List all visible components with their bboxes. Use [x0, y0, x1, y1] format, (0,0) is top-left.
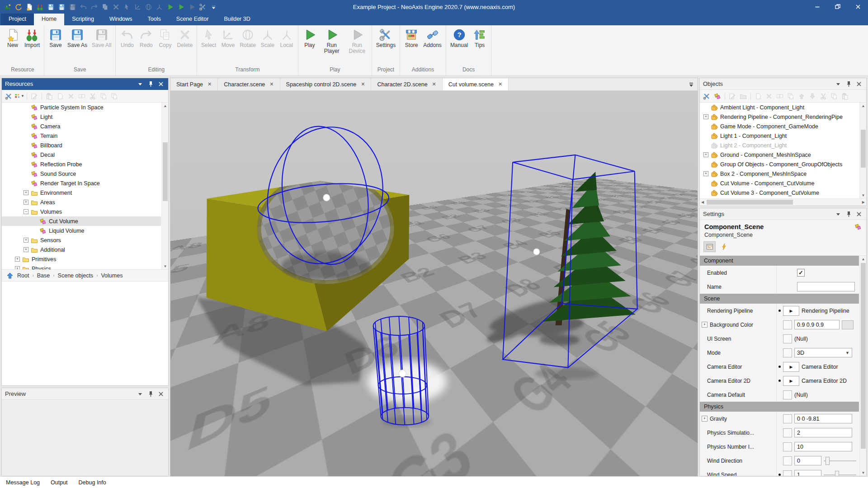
mode-dropdown[interactable]: 3D▼ — [794, 348, 852, 357]
document-tab-character-2d-scene[interactable]: Character 2D.scene✕ — [371, 78, 442, 90]
close-panel-button[interactable] — [157, 390, 165, 398]
scroll-up-arrow[interactable]: ▲ — [162, 103, 168, 109]
tab-project[interactable]: Project — [1, 14, 34, 25]
default-box[interactable] — [783, 470, 792, 476]
qat-save-button[interactable] — [57, 1, 67, 12]
tab-home[interactable]: Home — [34, 14, 64, 25]
default-box[interactable] — [783, 334, 792, 343]
objects-res-button[interactable] — [712, 91, 722, 101]
scroll-right-arrow[interactable]: ▶ — [862, 200, 865, 204]
resource-item-sensors[interactable]: +Sensors — [2, 235, 161, 245]
qat-new-file-button[interactable] — [24, 1, 34, 12]
ribbon-settings-button[interactable]: Settings — [374, 27, 398, 50]
preview-panel-header[interactable]: Preview — [2, 388, 168, 400]
category-scene[interactable]: Scene — [700, 294, 859, 304]
breadcrumb-up-button[interactable] — [6, 272, 14, 279]
default-box[interactable] — [783, 414, 792, 423]
tab-close-icon[interactable]: ✕ — [361, 81, 365, 87]
tree-expander[interactable]: + — [15, 257, 20, 262]
ribbon-run-player-button[interactable]: Run Player — [319, 27, 344, 56]
document-tab-start-page[interactable]: Start Page✕ — [170, 78, 218, 90]
objects-options-button[interactable] — [702, 91, 712, 101]
resources-scrollbar[interactable]: ▲ ▼ — [161, 103, 168, 269]
resource-item-billboard[interactable]: Billboard — [2, 141, 161, 150]
events-tab-button[interactable] — [718, 241, 730, 252]
panel-menu-button[interactable] — [136, 390, 144, 398]
qat-save-button[interactable] — [46, 1, 56, 12]
resource-item-light[interactable]: Light — [2, 112, 161, 122]
resource-item-render-target-in-space[interactable]: Render Target In Space — [2, 178, 161, 188]
gravity-input[interactable]: 0 0 -9.81 — [794, 414, 852, 423]
default-box[interactable] — [783, 428, 792, 437]
tree-expander[interactable]: + — [703, 152, 708, 157]
pin-button[interactable] — [146, 80, 155, 88]
objects-h-scrollbar[interactable]: ◀ ▶ — [700, 198, 866, 206]
tree-expander[interactable]: + — [24, 200, 28, 205]
breadcrumb-item-scene-objects[interactable]: Scene objects — [58, 272, 94, 279]
object-item-light-1[interactable]: Light 1 - Component_Light — [700, 131, 859, 141]
close-panel-button[interactable] — [157, 80, 165, 88]
close-panel-button[interactable] — [855, 211, 863, 218]
ribbon-manual-button[interactable]: ?Manual — [448, 27, 470, 50]
qat-logo-button[interactable] — [2, 1, 13, 12]
close-button[interactable] — [848, 0, 868, 14]
pin-button[interactable] — [844, 211, 853, 218]
tree-expander[interactable]: − — [24, 209, 28, 214]
object-item-group-of-objects[interactable]: Group Of Objects - Component_GroupOfObje… — [700, 160, 859, 169]
breadcrumb-item-volumes[interactable]: Volumes — [101, 272, 123, 279]
tab-close-icon[interactable]: ✕ — [269, 81, 274, 87]
tab-windows[interactable]: Windows — [102, 14, 140, 25]
tab-list-dropdown[interactable] — [685, 78, 698, 90]
resource-item-additional[interactable]: +Additional — [2, 245, 161, 254]
tree-expander[interactable]: + — [24, 247, 28, 252]
wind-direction-slider[interactable] — [824, 457, 856, 465]
ribbon-import-button[interactable]: Import — [22, 27, 42, 50]
resource-item-particle-system-in-space[interactable]: Particle System In Space — [2, 103, 161, 112]
panel-menu-button[interactable] — [136, 80, 144, 88]
object-item-box-2[interactable]: +Box 2 - Component_MeshInSpace — [700, 169, 859, 178]
object-item-rendering-pipeline[interactable]: +Rendering Pipeline - Component_Renderin… — [700, 112, 859, 122]
resources-members-area[interactable] — [2, 282, 168, 385]
resource-item-camera[interactable]: Camera — [2, 122, 161, 131]
status-tab-debug-info[interactable]: Debug Info — [79, 479, 106, 486]
tab-close-icon[interactable]: ✕ — [208, 81, 212, 87]
tab-builder-3d[interactable]: Builder 3D — [216, 14, 258, 25]
qat-import-button[interactable] — [35, 1, 45, 12]
tree-expander[interactable]: + — [15, 266, 20, 270]
category-physics[interactable]: Physics — [700, 402, 859, 412]
document-tab-spaceship-control-2d-scene[interactable]: Spaceship control 2D.scene✕ — [280, 78, 372, 90]
object-item-game-mode[interactable]: Game Mode - Component_GameMode — [700, 122, 859, 131]
resource-item-terrain[interactable]: Terrain — [2, 131, 161, 141]
resources-panel-header[interactable]: Resources — [2, 78, 168, 90]
default-box[interactable] — [783, 442, 792, 451]
pin-button[interactable] — [146, 390, 155, 398]
scroll-up-arrow[interactable]: ▲ — [860, 103, 866, 109]
resource-item-areas[interactable]: +Areas — [2, 197, 161, 207]
resource-item-liquid-volume[interactable]: Liquid Volume — [2, 226, 161, 235]
document-tab-cut-volume-scene[interactable]: Cut volume.scene✕ — [443, 78, 509, 90]
object-item-ambient-light[interactable]: Ambient Light - Component_Light — [700, 103, 859, 112]
tab-scene-editor[interactable]: Scene Editor — [169, 14, 217, 25]
ribbon-play-button[interactable]: Play — [300, 27, 319, 50]
panel-menu-button[interactable] — [834, 80, 842, 88]
color-swatch[interactable] — [842, 320, 854, 329]
tab-close-icon[interactable]: ✕ — [498, 81, 502, 87]
background-color-input[interactable]: 0.9 0.9 0.9 — [794, 320, 840, 329]
objects-scrollbar[interactable]: ▲ ▼ — [859, 103, 866, 198]
default-box[interactable] — [783, 456, 792, 465]
resource-item-reflection-probe[interactable]: Reflection Probe — [2, 160, 161, 169]
document-tab-character-scene[interactable]: Character.scene✕ — [218, 78, 280, 90]
object-item-cut-volume-3[interactable]: Cut Volume 3 - Component_CutVolume — [700, 188, 859, 197]
object-item-cut-volume[interactable]: Cut Volume - Component_CutVolume — [700, 178, 859, 188]
default-box[interactable] — [783, 390, 792, 399]
tab-scripting[interactable]: Scripting — [64, 14, 102, 25]
tree-expander[interactable]: + — [24, 190, 28, 195]
camera-editor-reference-button[interactable]: ▶ — [783, 362, 799, 372]
scroll-down-arrow[interactable]: ▼ — [162, 263, 168, 269]
resources-view-button[interactable]: ▼ — [14, 91, 24, 101]
object-item-ground[interactable]: +Ground - Component_MeshInSpace — [700, 150, 859, 160]
ribbon-tips-button[interactable]: Tips — [470, 27, 489, 50]
ribbon-save-button[interactable]: Save — [46, 27, 65, 50]
properties-tab-button[interactable] — [703, 241, 716, 252]
enabled-checkbox[interactable]: ✓ — [797, 269, 805, 277]
